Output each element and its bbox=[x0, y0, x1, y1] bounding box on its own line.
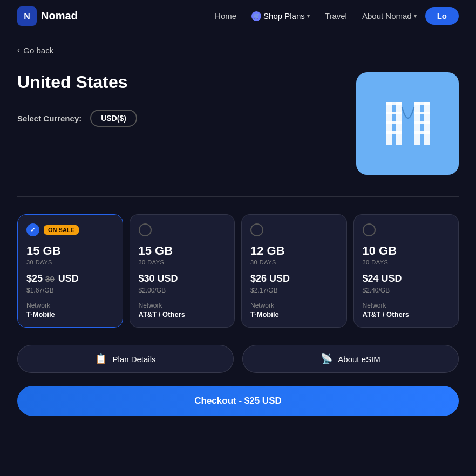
plan-radio-3 bbox=[250, 223, 263, 236]
plan-1-network-label: Network bbox=[26, 302, 114, 309]
plan-4-network-name: AT&T / Others bbox=[363, 310, 450, 318]
country-title: United States bbox=[17, 72, 335, 92]
chevron-down-icon: ▾ bbox=[307, 13, 310, 19]
plan-details-button[interactable]: 📋 Plan Details bbox=[17, 345, 234, 373]
back-link[interactable]: ‹ Go back bbox=[17, 45, 459, 55]
currency-selector[interactable]: USD($) bbox=[90, 110, 137, 127]
plan-3-price: $26 USD bbox=[250, 273, 338, 284]
plan-3-gb: 12 GB bbox=[250, 244, 338, 258]
plan-2-per-gb: $2.00/GB bbox=[139, 287, 226, 294]
plan-4-network-label: Network bbox=[363, 302, 450, 309]
plan-2-price: $30 USD bbox=[139, 273, 226, 284]
about-esim-button[interactable]: 📡 About eSIM bbox=[242, 345, 459, 373]
plan-card-3[interactable]: 12 GB 30 DAYS $26 USD $2.17/GB Network T… bbox=[241, 214, 347, 328]
logo-text: Nomad bbox=[41, 10, 78, 22]
country-image bbox=[356, 72, 459, 175]
section-divider bbox=[17, 196, 459, 197]
plan-4-gb: 10 GB bbox=[363, 244, 450, 258]
plan-3-network-label: Network bbox=[250, 302, 338, 309]
bottom-buttons: 📋 Plan Details 📡 About eSIM bbox=[17, 345, 459, 373]
hero-section: United States Select Currency: USD($) bbox=[17, 72, 459, 175]
nav-travel[interactable]: Travel bbox=[325, 11, 347, 21]
plan-4-days: 30 DAYS bbox=[363, 259, 450, 266]
plans-grid: ON SALE 15 GB 30 DAYS $25 30 USD $1.67/G… bbox=[17, 214, 459, 328]
checkout-button[interactable]: Checkout - $25 USD bbox=[17, 386, 459, 416]
plan-3-days: 30 DAYS bbox=[250, 259, 338, 266]
plan-card-2-header bbox=[139, 223, 226, 236]
plan-card-1-header: ON SALE bbox=[26, 223, 114, 236]
plan-1-strike: 30 bbox=[45, 274, 55, 283]
main-content: ‹ Go back United States Select Currency:… bbox=[0, 32, 476, 429]
plan-1-network-name: T-Mobile bbox=[26, 310, 114, 318]
navigation: N Nomad Home 🛒 Shop Plans ▾ Travel About… bbox=[0, 0, 476, 32]
currency-label: Select Currency: bbox=[17, 114, 81, 123]
svg-rect-7 bbox=[396, 102, 402, 145]
plan-details-icon: 📋 bbox=[95, 353, 107, 365]
plan-1-per-gb: $1.67/GB bbox=[26, 287, 114, 294]
nav-home[interactable]: Home bbox=[215, 11, 236, 21]
currency-row: Select Currency: USD($) bbox=[17, 110, 335, 127]
plan-3-per-gb: $2.17/GB bbox=[250, 287, 338, 294]
plan-1-gb: 15 GB bbox=[26, 244, 114, 258]
svg-rect-13 bbox=[424, 102, 430, 145]
plan-radio-2 bbox=[139, 223, 152, 236]
nav-links: Home 🛒 Shop Plans ▾ Travel About Nomad ▾ bbox=[215, 11, 417, 21]
hero-left: United States Select Currency: USD($) bbox=[17, 72, 335, 127]
plan-card-4[interactable]: 10 GB 30 DAYS $24 USD $2.40/GB Network A… bbox=[353, 214, 459, 328]
plan-card-3-header bbox=[250, 223, 338, 236]
esim-icon: 📡 bbox=[321, 353, 332, 365]
svg-text:N: N bbox=[24, 12, 30, 21]
plan-radio-1 bbox=[26, 223, 39, 236]
on-sale-badge: ON SALE bbox=[44, 225, 79, 235]
plan-2-days: 30 DAYS bbox=[139, 259, 226, 266]
cart-icon: 🛒 bbox=[251, 11, 261, 21]
login-button[interactable]: Lo bbox=[425, 7, 459, 25]
plan-3-network-name: T-Mobile bbox=[250, 310, 338, 318]
nav-about-nomad[interactable]: About Nomad ▾ bbox=[362, 11, 417, 21]
logo[interactable]: N Nomad bbox=[17, 6, 78, 26]
plan-radio-4 bbox=[363, 223, 376, 236]
back-arrow-icon: ‹ bbox=[17, 45, 20, 55]
plan-4-per-gb: $2.40/GB bbox=[363, 287, 450, 294]
plan-2-network-name: AT&T / Others bbox=[139, 310, 226, 318]
plan-card-4-header bbox=[363, 223, 450, 236]
plan-2-gb: 15 GB bbox=[139, 244, 226, 258]
nav-shop-plans[interactable]: 🛒 Shop Plans ▾ bbox=[251, 11, 310, 21]
country-illustration bbox=[375, 91, 440, 156]
plan-card-2[interactable]: 15 GB 30 DAYS $30 USD $2.00/GB Network A… bbox=[130, 214, 235, 328]
logo-icon: N bbox=[17, 6, 37, 26]
plan-1-days: 30 DAYS bbox=[26, 259, 114, 266]
plan-2-network-label: Network bbox=[139, 302, 226, 309]
chevron-down-icon-2: ▾ bbox=[414, 13, 417, 19]
plan-1-price: $25 30 USD bbox=[26, 273, 114, 284]
plan-4-price: $24 USD bbox=[363, 273, 450, 284]
plan-card-1[interactable]: ON SALE 15 GB 30 DAYS $25 30 USD $1.67/G… bbox=[17, 214, 123, 328]
